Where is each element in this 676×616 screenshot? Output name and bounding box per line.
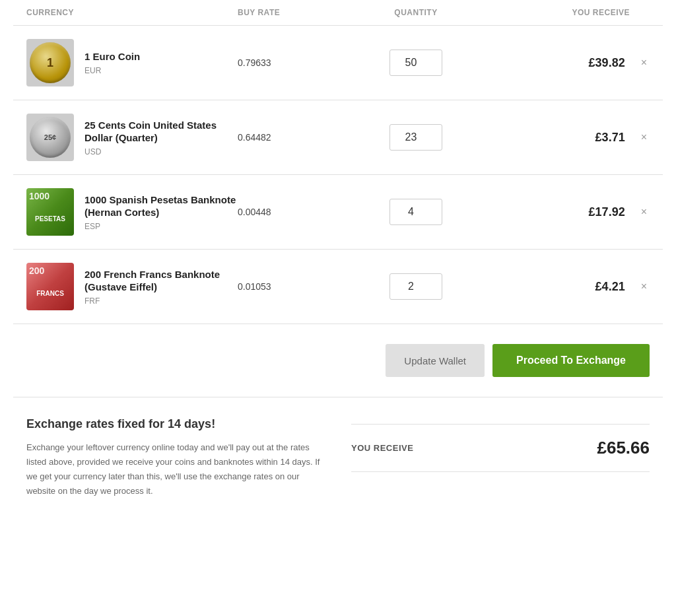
receive-col-pesetas-note: £17.92× [475,204,650,220]
total-row: YOU RECEIVE £65.66 [351,424,650,472]
receive-col-euro-coin: £39.82× [475,55,650,71]
currency-name-francs-note: 200 French Francs Banknote (Gustave Eiff… [84,268,238,294]
quantity-col-francs-note [356,273,475,300]
currency-name-quarter-coin: 25 Cents Coin United States Dollar (Quar… [84,119,238,145]
actions-row: Update Wallet Proceed To Exchange [13,324,663,397]
quantity-input-euro-coin[interactable] [389,50,442,76]
receive-amount-francs-note: £4.21 [572,280,625,294]
currency-table: 11 Euro CoinEUR0.79633£39.82×25¢25 Cents… [13,26,663,324]
receive-amount-quarter-coin: £3.71 [572,131,625,145]
currency-name-pesetas-note: 1000 Spanish Pesetas Banknote (Hernan Co… [84,193,238,219]
quantity-input-pesetas-note[interactable] [389,199,442,225]
buy-rate-francs-note: 0.01053 [238,281,356,292]
buy-rate-pesetas-note: 0.00448 [238,207,356,217]
currency-name-euro-coin: 1 Euro Coin [84,50,140,63]
currency-info-francs-note: FRANCS200 French Francs Banknote (Gustav… [26,263,238,310]
currency-row-francs-note: FRANCS200 French Francs Banknote (Gustav… [13,250,663,324]
currency-info-pesetas-note: PESETAS1000 Spanish Pesetas Banknote (He… [26,188,238,236]
remove-button-euro-coin[interactable]: × [638,55,650,71]
quantity-col-quarter-coin [356,124,475,151]
euro-image: 1 [26,39,74,86]
remove-button-quarter-coin[interactable]: × [638,129,650,145]
currency-info-quarter-coin: 25¢25 Cents Coin United States Dollar (Q… [26,114,238,161]
remove-button-francs-note[interactable]: × [638,279,650,294]
buy-rate-euro-coin: 0.79633 [238,57,356,68]
currency-code-quarter-coin: USD [84,147,238,156]
buy-rate-quarter-coin: 0.64482 [238,132,356,143]
quantity-input-francs-note[interactable] [389,273,442,300]
currency-row-pesetas-note: PESETAS1000 Spanish Pesetas Banknote (He… [13,175,663,250]
quarter-image: 25¢ [26,114,74,161]
currency-info-euro-coin: 11 Euro CoinEUR [26,39,238,86]
header-you-receive: YOU RECEIVE [475,8,650,17]
pesetas-image: PESETAS [26,188,74,236]
francs-image: FRANCS [26,263,74,310]
total-label: YOU RECEIVE [351,443,413,453]
receive-amount-euro-coin: £39.82 [572,56,625,70]
info-title: Exchange rates fixed for 14 days! [26,417,325,431]
total-amount: £65.66 [597,438,650,458]
currency-code-pesetas-note: ESP [84,222,238,231]
total-section: YOU RECEIVE £65.66 [351,417,650,498]
quantity-col-pesetas-note [356,199,475,225]
currency-code-francs-note: FRF [84,296,238,306]
header-buy-rate: BUY RATE [238,8,356,17]
currency-row-quarter-coin: 25¢25 Cents Coin United States Dollar (Q… [13,100,663,175]
quantity-input-quarter-coin[interactable] [389,124,442,151]
table-header: CURRENCY BUY RATE QUANTITY YOU RECEIVE [13,0,663,26]
remove-button-pesetas-note[interactable]: × [638,204,650,220]
receive-col-quarter-coin: £3.71× [475,129,650,145]
currency-row-euro-coin: 11 Euro CoinEUR0.79633£39.82× [13,26,663,100]
proceed-to-exchange-button[interactable]: Proceed To Exchange [492,344,650,377]
quantity-col-euro-coin [356,50,475,76]
info-block: Exchange rates fixed for 14 days! Exchan… [26,417,325,498]
receive-col-francs-note: £4.21× [475,279,650,294]
update-wallet-button[interactable]: Update Wallet [386,344,485,377]
receive-amount-pesetas-note: £17.92 [572,205,625,219]
header-currency: CURRENCY [26,8,238,17]
bottom-section: Exchange rates fixed for 14 days! Exchan… [13,397,663,518]
info-body: Exchange your leftover currency online t… [26,440,325,498]
header-quantity: QUANTITY [356,8,475,17]
currency-code-euro-coin: EUR [84,66,140,75]
